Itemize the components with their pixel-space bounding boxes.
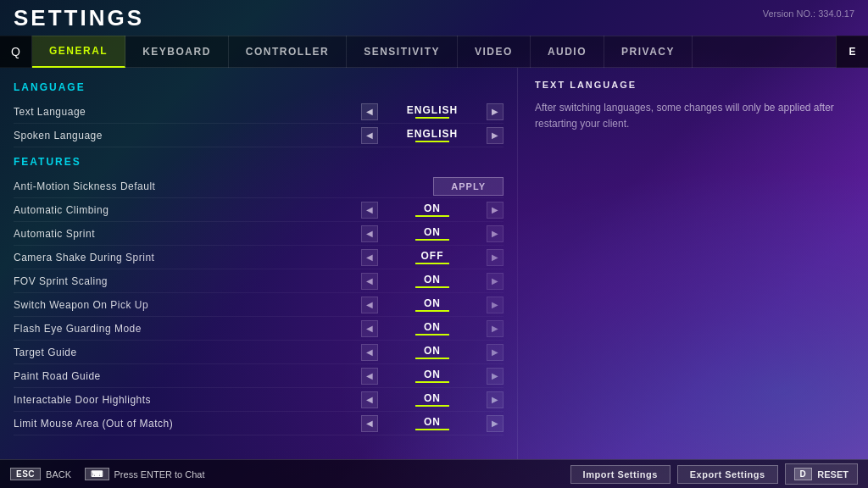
- reset-button[interactable]: D RESET: [785, 463, 858, 485]
- setting-limit-mouse-area-(out-of-match): Limit Mouse Area (Out of Match) ◀ ON ▶: [14, 412, 504, 435]
- feature-control: ◀ ON ▶: [361, 320, 504, 337]
- text-language-prev[interactable]: ◀: [361, 103, 378, 120]
- feature-prev[interactable]: ◀: [361, 368, 378, 385]
- feature-label: Automatic Climbing: [14, 204, 361, 216]
- setting-automatic-climbing: Automatic Climbing ◀ ON ▶: [14, 198, 504, 222]
- feature-value: ON: [381, 416, 483, 430]
- feature-control: ◀ ON ▶: [361, 297, 504, 313]
- setting-automatic-sprint: Automatic Sprint ◀ ON ▶: [14, 222, 504, 246]
- bottom-left-controls: ESC BACK ⌨ Press ENTER to Chat: [10, 468, 205, 480]
- text-language-control: ◀ ENGLISH ▶: [361, 103, 504, 120]
- feature-prev[interactable]: ◀: [361, 415, 378, 432]
- feature-value: OFF: [381, 250, 483, 264]
- feature-label: Paint Road Guide: [14, 370, 361, 382]
- feature-label: Switch Weapon On Pick Up: [14, 299, 361, 311]
- feature-control: ◀ ON ▶: [361, 273, 504, 290]
- tab-video[interactable]: VIDEO: [458, 36, 531, 68]
- text-language-next[interactable]: ▶: [487, 103, 504, 120]
- feature-control: ◀ ON ▶: [361, 391, 504, 408]
- feature-next[interactable]: ▶: [487, 202, 504, 219]
- esc-key-badge: ESC: [10, 468, 41, 480]
- anti-motion-control: APPLY: [433, 177, 504, 196]
- spoken-language-prev[interactable]: ◀: [361, 127, 378, 144]
- spoken-language-next[interactable]: ▶: [487, 127, 504, 144]
- reset-label: RESET: [817, 469, 849, 480]
- setting-flash-eye-guarding-mode: Flash Eye Guarding Mode ◀ ON ▶: [14, 317, 504, 341]
- features-section-header: FEATURES: [14, 156, 504, 168]
- feature-control: ◀ ON ▶: [361, 202, 504, 219]
- import-settings-button[interactable]: Import Settings: [570, 465, 670, 484]
- back-label: BACK: [46, 469, 71, 480]
- feature-prev[interactable]: ◀: [361, 273, 378, 290]
- feature-next[interactable]: ▶: [487, 273, 504, 290]
- feature-label: Flash Eye Guarding Mode: [14, 323, 361, 335]
- feature-value: ON: [381, 274, 483, 288]
- setting-anti-motion: Anti-Motion Sickness Default APPLY: [14, 175, 504, 198]
- feature-next[interactable]: ▶: [487, 320, 504, 337]
- feature-control: ◀ ON ▶: [361, 344, 504, 361]
- feature-value: ON: [381, 392, 483, 407]
- setting-interactable-door-highlights: Interactable Door Highlights ◀ ON ▶: [14, 388, 504, 412]
- tab-sensitivity[interactable]: SENSITIVITY: [347, 36, 458, 68]
- feature-control: ◀ ON ▶: [361, 415, 504, 432]
- feature-next[interactable]: ▶: [487, 297, 504, 313]
- feature-rows: Automatic Climbing ◀ ON ▶ Automatic Spri…: [14, 198, 504, 435]
- feature-label: Interactable Door Highlights: [14, 394, 361, 406]
- feature-prev[interactable]: ◀: [361, 391, 378, 408]
- feature-next[interactable]: ▶: [487, 391, 504, 408]
- settings-panel: LANGUAGE Text Language ◀ ENGLISH ▶ Spoke…: [0, 68, 517, 459]
- enter-chat-button[interactable]: ⌨ Press ENTER to Chat: [85, 468, 204, 480]
- setting-switch-weapon-on-pick-up: Switch Weapon On Pick Up ◀ ON ▶: [14, 293, 504, 317]
- feature-label: FOV Sprint Scaling: [14, 275, 361, 287]
- page-title: SETTINGS: [14, 5, 144, 31]
- language-section-header: LANGUAGE: [14, 81, 504, 93]
- setting-camera-shake-during-sprint: Camera Shake During Sprint ◀ OFF ▶: [14, 246, 504, 269]
- setting-spoken-language: Spoken Language ◀ ENGLISH ▶: [14, 124, 504, 147]
- reset-key-badge: D: [794, 468, 813, 480]
- feature-next[interactable]: ▶: [487, 368, 504, 385]
- setting-fov-sprint-scaling: FOV Sprint Scaling ◀ ON ▶: [14, 269, 504, 293]
- feature-value: ON: [381, 345, 483, 359]
- feature-value: ON: [381, 297, 483, 312]
- anti-motion-label: Anti-Motion Sickness Default: [14, 180, 433, 192]
- feature-next[interactable]: ▶: [487, 415, 504, 432]
- bottom-bar: ESC BACK ⌨ Press ENTER to Chat Import Se…: [0, 459, 868, 488]
- info-panel: TEXT LANGUAGE After switching languages,…: [517, 68, 868, 459]
- info-text: After switching languages, some changes …: [535, 100, 851, 132]
- info-title: TEXT LANGUAGE: [535, 80, 851, 90]
- feature-prev[interactable]: ◀: [361, 320, 378, 337]
- tab-keyboard[interactable]: KEYBOARD: [125, 36, 229, 68]
- version-text: Version NO.: 334.0.17: [763, 8, 854, 19]
- feature-value: ON: [381, 369, 483, 383]
- title-bar: SETTINGS Version NO.: 334.0.17: [0, 0, 868, 36]
- feature-next[interactable]: ▶: [487, 249, 504, 266]
- feature-label: Automatic Sprint: [14, 228, 361, 240]
- feature-control: ◀ ON ▶: [361, 368, 504, 385]
- tab-privacy[interactable]: PRIVACY: [604, 36, 693, 68]
- spoken-language-label: Spoken Language: [14, 130, 361, 141]
- text-language-label: Text Language: [14, 106, 361, 118]
- tab-audio[interactable]: AUDIO: [531, 36, 604, 68]
- feature-prev[interactable]: ◀: [361, 297, 378, 313]
- feature-next[interactable]: ▶: [487, 344, 504, 361]
- feature-next[interactable]: ▶: [487, 225, 504, 242]
- feature-label: Camera Shake During Sprint: [14, 252, 361, 263]
- nav-icon-left[interactable]: Q: [0, 36, 32, 68]
- export-settings-button[interactable]: Export Settings: [677, 465, 778, 484]
- feature-prev[interactable]: ◀: [361, 344, 378, 361]
- feature-prev[interactable]: ◀: [361, 225, 378, 242]
- feature-control: ◀ OFF ▶: [361, 249, 504, 266]
- feature-value: ON: [381, 321, 483, 336]
- feature-label: Limit Mouse Area (Out of Match): [14, 418, 361, 430]
- keyboard-icon: ⌨: [85, 468, 109, 480]
- setting-paint-road-guide: Paint Road Guide ◀ ON ▶: [14, 364, 504, 388]
- nav-icon-right[interactable]: E: [836, 36, 868, 68]
- text-language-value: ENGLISH: [381, 104, 483, 119]
- feature-prev[interactable]: ◀: [361, 202, 378, 219]
- feature-prev[interactable]: ◀: [361, 249, 378, 266]
- esc-back-button[interactable]: ESC BACK: [10, 468, 71, 480]
- anti-motion-apply-button[interactable]: APPLY: [433, 177, 504, 196]
- tab-general[interactable]: GENERAL: [32, 36, 125, 68]
- nav-tabs: Q GENERAL KEYBOARD CONTROLLER SENSITIVIT…: [0, 36, 868, 68]
- tab-controller[interactable]: CONTROLLER: [229, 36, 347, 68]
